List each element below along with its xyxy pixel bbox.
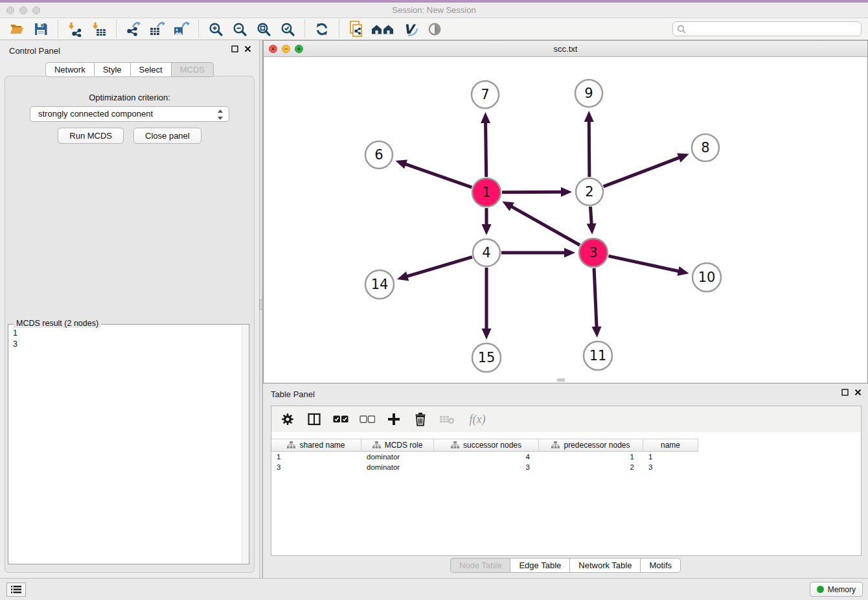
column-header-name[interactable]: name	[643, 439, 698, 452]
tab-mcds[interactable]: MCDS	[172, 62, 214, 77]
vizmapper-button[interactable]: V	[400, 20, 421, 38]
task-history-button[interactable]	[6, 583, 26, 597]
home-button[interactable]	[370, 20, 397, 38]
network-window-controls: × – +	[269, 45, 303, 53]
refresh-button[interactable]	[312, 20, 332, 38]
delete-row-button[interactable]	[412, 411, 429, 428]
graph-node-label: 14	[371, 277, 389, 292]
criterion-dropdown[interactable]: strongly connected component	[30, 106, 229, 122]
columns-icon	[307, 412, 321, 426]
zoom-out-button[interactable]	[229, 20, 250, 38]
mcds-tab-panel: Optimization criterion: strongly connect…	[5, 76, 255, 573]
graph-edge-1-2[interactable]	[502, 192, 564, 192]
import-table-button[interactable]	[89, 20, 109, 38]
table-panel-title: Table Panel	[271, 389, 315, 399]
maximize-view-button[interactable]: +	[295, 45, 303, 53]
graph-edge-arrow	[561, 187, 572, 197]
graph-node-10[interactable]: 10	[692, 263, 721, 292]
table-settings-button[interactable]	[279, 411, 296, 428]
canvas-scroll-thumb[interactable]	[557, 378, 565, 382]
minimize-window-button[interactable]	[19, 6, 27, 14]
run-mcds-button[interactable]: Run MCDS	[58, 128, 124, 144]
graph-node-label: 6	[374, 147, 383, 163]
open-session-button[interactable]	[6, 20, 27, 38]
search-box[interactable]	[672, 21, 862, 36]
export-network-icon	[126, 21, 141, 37]
graph-edge-1-6[interactable]	[404, 163, 472, 187]
zoom-fit-button[interactable]	[253, 20, 274, 38]
delete-table-button[interactable]	[439, 411, 455, 428]
import-network-button[interactable]	[65, 20, 86, 38]
close-window-button[interactable]	[6, 6, 14, 14]
show-hide-button[interactable]	[424, 20, 445, 38]
zoom-in-button[interactable]	[205, 20, 226, 38]
table-row[interactable]: 3dominator323	[271, 462, 861, 472]
add-row-button[interactable]	[385, 411, 402, 428]
toolbar-separator	[304, 20, 305, 38]
table-tab-network-table[interactable]: Network Table	[570, 558, 641, 573]
search-input[interactable]	[689, 24, 857, 34]
export-network-button[interactable]	[123, 20, 144, 38]
zoom-selected-button[interactable]	[277, 20, 298, 38]
column-header-successor-nodes[interactable]: successor nodes	[434, 439, 539, 452]
deselect-all-button[interactable]	[359, 411, 376, 428]
graph-node-4[interactable]: 4	[473, 239, 500, 266]
minimize-view-button[interactable]: –	[282, 45, 290, 53]
table-header-row: shared nameMCDS rolesuccessor nodesprede…	[271, 439, 861, 452]
graph-node-6[interactable]: 6	[365, 141, 393, 168]
zoom-window-button[interactable]	[32, 6, 40, 14]
table-row[interactable]: 1dominator411	[271, 452, 861, 462]
network-graph[interactable]: 1234678910111415	[264, 57, 868, 383]
graph-node-7[interactable]: 7	[472, 81, 499, 108]
graph-edge-3-10[interactable]	[608, 256, 680, 271]
graph-edge-2-3[interactable]	[590, 207, 591, 226]
close-panel-button[interactable]: Close panel	[133, 128, 201, 144]
network-file-button[interactable]	[346, 20, 367, 38]
table-tab-motifs[interactable]: Motifs	[641, 558, 681, 573]
graph-edge-1-7[interactable]	[486, 121, 486, 177]
tab-network[interactable]: Network	[45, 62, 95, 77]
graph-node-15[interactable]: 15	[472, 343, 501, 372]
network-canvas[interactable]: 1234678910111415	[264, 57, 867, 382]
close-table-panel-icon[interactable]	[854, 389, 862, 396]
graph-edge-3-1[interactable]	[510, 205, 580, 245]
network-window-titlebar[interactable]: × – + scc.txt	[264, 41, 867, 57]
toolbar-separator	[116, 20, 117, 38]
function-builder-button[interactable]: f(x)	[465, 411, 490, 428]
table-tab-node-table[interactable]: Node Table	[450, 558, 511, 573]
graph-node-2[interactable]: 2	[576, 178, 603, 205]
toolbar-separator	[58, 20, 58, 38]
checked-boxes-icon	[333, 415, 348, 424]
graph-edge-2-9[interactable]	[589, 119, 589, 177]
table-tab-edge-table[interactable]: Edge Table	[510, 558, 570, 573]
graph-node-label: 15	[478, 350, 496, 365]
graph-edge-3-11[interactable]	[594, 268, 597, 329]
graph-node-9[interactable]: 9	[575, 80, 602, 107]
graph-node-11[interactable]: 11	[584, 341, 612, 370]
graph-node-3[interactable]: 3	[579, 238, 608, 267]
column-header-MCDS-role[interactable]: MCDS role	[361, 439, 434, 452]
column-header-predecessor-nodes[interactable]: predecessor nodes	[539, 439, 643, 452]
export-table-button[interactable]	[147, 20, 168, 38]
graph-edge-4-14[interactable]	[405, 257, 472, 277]
graph-node-1[interactable]: 1	[472, 178, 501, 207]
graph-node-14[interactable]: 14	[365, 270, 394, 299]
select-all-button[interactable]	[332, 411, 349, 428]
tab-style[interactable]: Style	[95, 62, 131, 77]
mcds-result-text[interactable]: 1 3	[13, 328, 238, 561]
close-panel-icon[interactable]	[244, 45, 251, 52]
save-session-button[interactable]	[30, 20, 51, 38]
graph-edge-arrow	[584, 111, 594, 122]
result-scrollbar[interactable]	[242, 325, 248, 563]
column-header-shared-name[interactable]: shared name	[271, 439, 361, 452]
graph-edge-2-8[interactable]	[604, 157, 681, 187]
float-panel-icon[interactable]	[231, 45, 238, 52]
export-image-button[interactable]	[171, 20, 192, 38]
graph-node-8[interactable]: 8	[692, 134, 719, 161]
memory-button[interactable]: Memory	[810, 582, 863, 597]
graph-node-label: 8	[701, 140, 709, 156]
show-columns-button[interactable]	[306, 411, 323, 428]
float-table-panel-icon[interactable]	[841, 389, 849, 396]
close-view-button[interactable]: ×	[269, 45, 277, 53]
tab-select[interactable]: Select	[131, 62, 172, 77]
